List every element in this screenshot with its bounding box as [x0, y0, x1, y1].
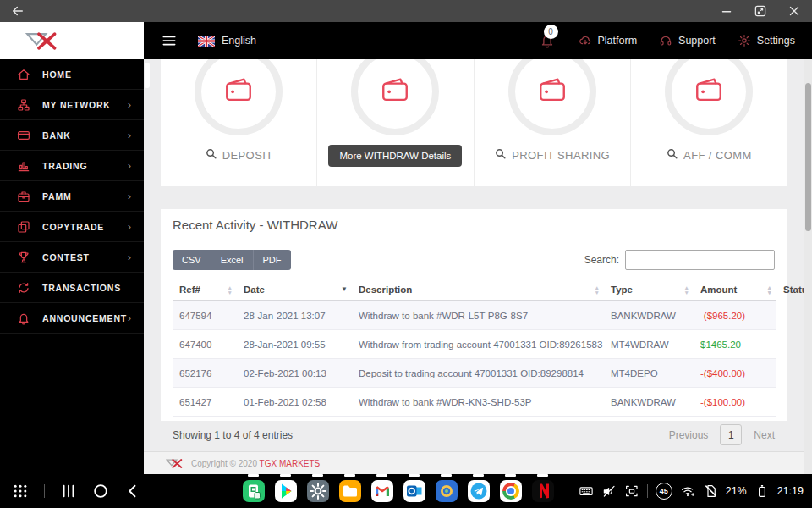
table-row[interactable]: 65217602-Feb-2021 00:13Deposit to tradin… — [173, 359, 776, 388]
telegram-icon — [468, 477, 490, 502]
tgx-logo-small — [166, 458, 183, 469]
smart-switch-icon — [243, 477, 265, 502]
column-header-ref[interactable]: Ref#▲▼ — [173, 279, 237, 301]
sidebar-item-my-network[interactable]: MY NETWORK› — [0, 90, 144, 120]
sidebar-item-home[interactable]: HOME — [0, 59, 144, 90]
home-button-icon[interactable] — [92, 483, 109, 500]
gear-icon — [738, 34, 751, 47]
activity-table: Ref#▲▼Date▼Description▲▼Type▲▼Amount▲▼St… — [173, 279, 776, 417]
chevron-right-icon: › — [128, 129, 132, 141]
column-header-date[interactable]: Date▼ — [237, 279, 352, 301]
nav-item-support[interactable]: Support — [659, 34, 716, 47]
sidebar-item-transactions[interactable]: TRANSACTIONS — [0, 273, 144, 303]
search-input[interactable] — [625, 250, 775, 270]
taskbar-app-settings-app[interactable] — [306, 474, 329, 502]
screen-capture-icon[interactable] — [624, 483, 639, 499]
export-pdf-button[interactable]: PDF — [254, 250, 291, 270]
keyboard-icon[interactable] — [579, 483, 594, 499]
sidebar-scrollbar-thumb[interactable] — [145, 63, 150, 88]
scrollbar-thumb[interactable] — [805, 83, 811, 231]
sidebar-item-trading[interactable]: TRADING› — [0, 151, 144, 181]
wallet-card-aff-comm[interactable]: AFF / COMM — [631, 59, 787, 186]
copyright-text: Copyright © 2020 TGX MARKETS — [191, 459, 320, 468]
column-header-amount[interactable]: Amount▲▼ — [694, 279, 776, 301]
wallet-icon — [534, 74, 571, 109]
language-selector[interactable]: English — [198, 35, 256, 47]
taskbar-app-trading-app[interactable] — [435, 474, 458, 502]
cell-date: 01-Feb-2021 02:58 — [237, 388, 352, 417]
table-row[interactable]: 64740028-Jan-2021 09:55Withdraw from tra… — [173, 330, 776, 359]
table-row[interactable]: 65142701-Feb-2021 02:58Withdraw to bank … — [173, 388, 776, 417]
taskbar-app-gmail[interactable] — [370, 474, 393, 502]
sidebar-item-label: CONTEST — [42, 252, 90, 262]
taskbar-app-netflix[interactable] — [531, 474, 554, 502]
wallet-icon — [220, 74, 257, 109]
cell-type: MT4DEPO — [604, 359, 694, 388]
clock[interactable]: 21:19 — [777, 485, 804, 497]
sort-icon: ▲▼ — [767, 285, 772, 295]
taskbar-app-my-files[interactable] — [338, 474, 361, 502]
apps-grid-icon[interactable] — [12, 483, 29, 500]
sidebar-item-pamm[interactable]: PAMM› — [0, 181, 144, 212]
battery-icon[interactable] — [754, 483, 770, 499]
cell-description: Deposit to trading account 47001331 OID:… — [352, 359, 604, 388]
column-header-type[interactable]: Type▲▼ — [604, 279, 694, 301]
taskbar-app-play-store[interactable] — [274, 474, 297, 502]
current-page-button[interactable]: 1 — [720, 424, 742, 445]
nav-item-settings[interactable]: Settings — [738, 34, 795, 47]
taskbar-app-outlook[interactable] — [403, 474, 425, 502]
top-navbar: English 0 Platform Support — [144, 22, 812, 59]
taskbar-app-telegram[interactable] — [467, 474, 490, 502]
sort-icon: ▲▼ — [684, 285, 689, 295]
sidebar-item-label: HOME — [42, 69, 72, 80]
taskbar-app-tray — [242, 474, 554, 502]
taskbar-app-chrome[interactable] — [499, 474, 522, 502]
next-page-button[interactable]: Next — [754, 429, 775, 441]
close-icon[interactable] — [787, 3, 802, 19]
device-battery-badge[interactable]: 45 — [656, 483, 672, 500]
magnifier-icon — [494, 147, 507, 163]
sidebar-item-contest[interactable]: CONTEST› — [0, 242, 144, 273]
mute-vibrate-icon[interactable] — [601, 483, 617, 499]
wallet-card-withdraw[interactable]: More WITHDRAW Details — [317, 59, 474, 186]
recent-apps-icon[interactable] — [60, 483, 77, 500]
chevron-right-icon: › — [128, 159, 132, 172]
wallet-card-profit-sharing[interactable]: PROFIT SHARING — [475, 59, 631, 186]
wallet-card-deposit[interactable]: DEPOSIT — [161, 59, 317, 186]
vertical-scrollbar[interactable] — [804, 59, 812, 474]
wallet-circle — [508, 59, 596, 135]
wallet-card-label[interactable]: DEPOSIT — [205, 147, 273, 163]
restore-window-icon[interactable] — [753, 3, 768, 19]
sidebar-item-announcement[interactable]: ANNOUNCEMENT› — [0, 303, 144, 334]
taskbar-divider — [44, 484, 45, 498]
trading-app-icon — [436, 477, 458, 502]
sidebar-item-copytrade[interactable]: COPYTRADE› — [0, 212, 144, 242]
export-excel-button[interactable]: Excel — [211, 250, 254, 270]
chevron-right-icon: › — [128, 190, 132, 202]
taskbar-app-smart-switch[interactable] — [242, 474, 265, 502]
minimize-icon[interactable] — [719, 3, 734, 19]
chevron-right-icon: › — [128, 98, 132, 111]
nav-item-platform[interactable]: Platform — [579, 34, 638, 47]
wallet-card-label[interactable]: PROFIT SHARING — [494, 147, 610, 163]
previous-page-button[interactable]: Previous — [669, 429, 709, 441]
navbar-right: 0 Platform Support — [540, 33, 796, 48]
notifications-bell-icon[interactable]: 0 — [540, 33, 555, 48]
menu-toggle-icon[interactable] — [161, 32, 178, 49]
export-csv-button[interactable]: CSV — [173, 250, 211, 270]
dex-desktop: English 0 Platform Support — [0, 0, 812, 508]
column-header-description[interactable]: Description▲▼ — [352, 279, 604, 301]
wallet-card-label[interactable]: AFF / COMM — [666, 147, 752, 163]
cell-date: 02-Feb-2021 00:13 — [237, 359, 352, 388]
sidebar-item-bank[interactable]: BANK› — [0, 120, 144, 151]
language-label: English — [222, 35, 256, 47]
sync-icon — [17, 281, 30, 295]
withdraw-details-tooltip[interactable]: More WITHDRAW Details — [328, 145, 462, 167]
table-row[interactable]: 64759428-Jan-2021 13:07Withdraw to bank … — [173, 301, 776, 330]
nav-label: Support — [678, 35, 716, 47]
wifi-icon[interactable] — [680, 483, 695, 499]
back-icon[interactable] — [10, 3, 25, 19]
back-button-icon[interactable] — [124, 483, 141, 500]
pagination: Previous 1 Next — [669, 424, 775, 445]
magnifier-icon — [666, 147, 678, 163]
